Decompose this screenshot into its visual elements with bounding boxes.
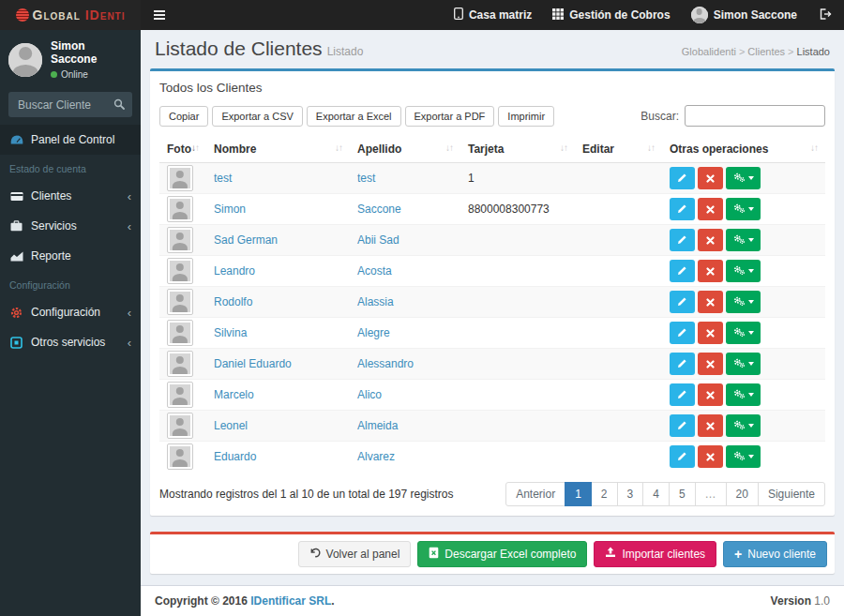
client-name-link[interactable]: Eduardo xyxy=(214,450,256,463)
client-surname-link[interactable]: Alico xyxy=(357,388,382,401)
client-name-link[interactable]: Silvina xyxy=(214,326,247,339)
edit-button[interactable] xyxy=(670,167,695,189)
cogs-icon xyxy=(733,203,746,217)
pagination-page-button[interactable]: 2 xyxy=(591,482,618,506)
client-name-link[interactable]: Daniel Eduardo xyxy=(214,357,292,370)
app-logo[interactable]: Global IDenti xyxy=(0,0,141,30)
operations-dropdown-button[interactable] xyxy=(726,260,761,282)
delete-button[interactable] xyxy=(698,383,723,406)
pagination-page-button[interactable]: 5 xyxy=(669,482,696,506)
client-name-link[interactable]: Leonel xyxy=(214,419,248,432)
export-button[interactable]: Imprimir xyxy=(498,106,554,127)
client-surname-link[interactable]: Alassia xyxy=(357,295,394,308)
operations-dropdown-button[interactable] xyxy=(726,322,761,344)
column-header-editar[interactable]: Editar↓↑ xyxy=(575,136,662,163)
column-header-tarjeta[interactable]: Tarjeta↓↑ xyxy=(460,136,575,163)
pagination-page-button[interactable]: 20 xyxy=(726,482,759,506)
edit-button[interactable] xyxy=(670,291,695,313)
edit-button[interactable] xyxy=(670,260,695,282)
sidebar-search-input[interactable] xyxy=(16,98,110,113)
pagination-page-button[interactable]: 1 xyxy=(565,482,592,506)
export-button[interactable]: Exportar a Excel xyxy=(307,106,401,127)
export-button[interactable]: Exportar a CSV xyxy=(212,106,302,127)
pagination-next-button[interactable]: Siguiente xyxy=(758,482,825,506)
table-search-input[interactable] xyxy=(685,105,825,127)
new-client-button[interactable]: + Nuevo cliente xyxy=(723,541,827,567)
client-photo xyxy=(167,443,193,470)
nav-item-gestion-de-cobros[interactable]: Gestión de Cobros xyxy=(542,0,680,30)
client-name-link[interactable]: Leandro xyxy=(214,264,255,278)
pencil-icon xyxy=(677,388,687,402)
sign-out-button[interactable] xyxy=(807,0,844,30)
edit-button[interactable] xyxy=(670,198,695,220)
back-to-panel-button[interactable]: Volver al panel xyxy=(298,541,412,567)
sidebar-item-panel-de-control[interactable]: Panel de Control xyxy=(0,125,141,155)
operations-dropdown-button[interactable] xyxy=(726,445,761,468)
delete-button[interactable] xyxy=(698,167,723,189)
sidebar-item-clientes[interactable]: Clientes ‹ xyxy=(0,181,141,211)
client-surname-link[interactable]: Acosta xyxy=(357,264,392,278)
client-name-link[interactable]: Sad German xyxy=(214,233,278,247)
export-button[interactable]: Copiar xyxy=(159,106,208,127)
operations-dropdown-button[interactable] xyxy=(726,167,761,189)
delete-button[interactable] xyxy=(698,414,723,437)
operations-dropdown-button[interactable] xyxy=(726,383,761,406)
operations-dropdown-button[interactable] xyxy=(726,229,761,251)
edit-button[interactable] xyxy=(670,414,695,437)
sidebar-item-otros-servicios[interactable]: Otros servicios ‹ xyxy=(0,327,141,357)
sidebar-toggle-button[interactable] xyxy=(141,0,178,30)
export-button[interactable]: Exportar a PDF xyxy=(405,106,495,127)
chevron-down-icon xyxy=(748,269,754,273)
operations-dropdown-button[interactable] xyxy=(726,291,761,313)
delete-button[interactable] xyxy=(698,353,723,375)
edit-button[interactable] xyxy=(670,353,695,375)
sidebar-item-reporte[interactable]: Reporte xyxy=(0,241,141,271)
pagination-page-button[interactable]: 4 xyxy=(642,482,670,506)
client-name-link[interactable]: test xyxy=(214,172,232,185)
column-header-otras-operaciones[interactable]: Otras operaciones↓↑ xyxy=(662,136,825,163)
client-surname-link[interactable]: Almeida xyxy=(357,419,398,432)
page-subtitle: Listado xyxy=(327,45,364,58)
client-name-link[interactable]: Simon xyxy=(214,203,246,216)
delete-button[interactable] xyxy=(698,322,723,344)
sidebar-item-servicios[interactable]: Servicios ‹ xyxy=(0,211,141,241)
delete-button[interactable] xyxy=(698,291,723,313)
nav-user-menu[interactable]: Simon Saccone xyxy=(681,0,807,30)
delete-button[interactable] xyxy=(698,198,723,220)
column-header-nombre[interactable]: Nombre↓↑ xyxy=(206,136,350,163)
edit-button[interactable] xyxy=(670,322,695,344)
pencil-icon xyxy=(677,357,687,371)
client-surname-link[interactable]: test xyxy=(357,172,375,185)
breadcrumb-home[interactable]: Globalidenti xyxy=(682,46,736,57)
client-surname-link[interactable]: Alvarez xyxy=(357,450,395,463)
client-surname-link[interactable]: Saccone xyxy=(357,203,401,216)
search-icon[interactable] xyxy=(113,97,125,113)
import-clients-button[interactable]: Importar clientes xyxy=(594,541,716,567)
operations-dropdown-button[interactable] xyxy=(726,353,761,375)
sidebar-item-configuracion[interactable]: Configuración ‹ xyxy=(0,297,141,327)
delete-button[interactable] xyxy=(698,445,723,468)
operations-dropdown-button[interactable] xyxy=(726,414,761,437)
client-surname-link[interactable]: Alegre xyxy=(357,326,390,339)
nav-item-casa-matriz[interactable]: Casa matriz xyxy=(444,0,542,30)
pagination-page-button[interactable]: 3 xyxy=(617,482,644,506)
column-header-foto[interactable]: Foto↓↑ xyxy=(159,136,206,163)
client-name-link[interactable]: Rodolfo xyxy=(214,295,252,308)
pencil-icon xyxy=(677,264,687,278)
client-surname-link[interactable]: Alessandro xyxy=(357,357,414,370)
breadcrumb-clientes[interactable]: Clientes xyxy=(747,46,785,57)
client-photo xyxy=(167,289,193,315)
client-name-link[interactable]: Marcelo xyxy=(214,388,254,401)
client-surname-link[interactable]: Abii Sad xyxy=(357,233,399,247)
delete-button[interactable] xyxy=(698,229,723,251)
edit-button[interactable] xyxy=(670,383,695,406)
pagination-prev-button[interactable]: Anterior xyxy=(505,482,565,506)
edit-button[interactable] xyxy=(670,445,695,468)
operations-dropdown-button[interactable] xyxy=(726,198,761,220)
column-header-apellido[interactable]: Apellido↓↑ xyxy=(350,136,460,163)
download-excel-button[interactable]: Descargar Excel completo xyxy=(417,541,587,567)
avatar xyxy=(8,43,42,77)
company-link[interactable]: IDentificar SRL xyxy=(250,594,331,608)
edit-button[interactable] xyxy=(670,229,695,251)
delete-button[interactable] xyxy=(698,260,723,282)
